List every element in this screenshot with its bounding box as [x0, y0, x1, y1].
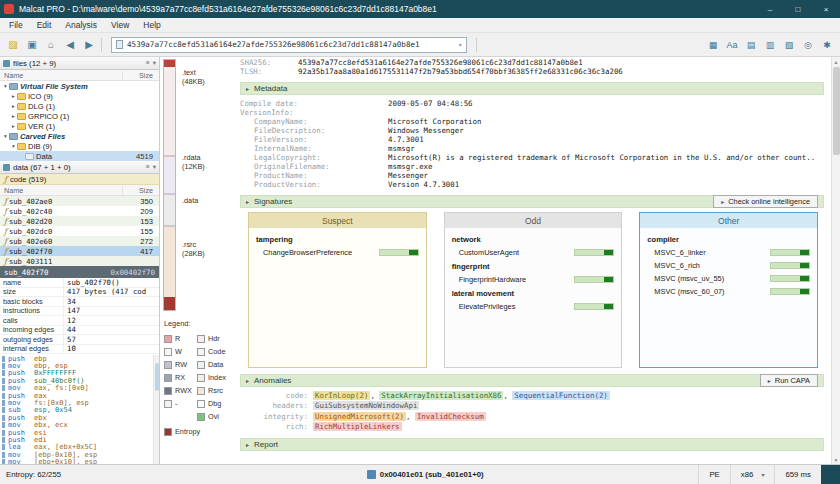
expander-icon[interactable]: ▾ [10, 143, 17, 149]
settings-icon[interactable]: ✱ [818, 36, 836, 53]
filter-icon[interactable]: ≡ [146, 163, 150, 171]
metadata-row: VersionInfo: [240, 108, 824, 117]
expand-icon[interactable]: ▸ [246, 198, 249, 205]
section-report[interactable]: ▸ Report [240, 438, 824, 451]
scroll-thumb[interactable] [833, 67, 840, 155]
metadata-key: VersionInfo: [240, 108, 388, 117]
maximize-button[interactable]: □ [784, 0, 812, 18]
tree-row[interactable]: ▸GRPICO (1) [0, 111, 159, 121]
disassembly-line[interactable]: mov[ebp+0x10], esp [0, 458, 159, 464]
card-title: Suspect [249, 213, 426, 228]
code-group-row[interactable]: ƒ code (519) [0, 174, 159, 185]
section-anomalies[interactable]: ▸ Anomalies ▸ Run CAPA [240, 374, 824, 387]
structure-view-icon[interactable]: ▥ [761, 36, 779, 53]
signature-row[interactable]: ElevatePrivileges [452, 300, 615, 313]
save-icon[interactable]: ▣ [23, 36, 41, 53]
collapse-panel-icon[interactable]: ▾ [153, 59, 156, 67]
arch-select[interactable]: x86 ▾ [730, 465, 775, 484]
signature-row[interactable]: CustomUserAgent [452, 246, 615, 259]
anomaly-tag[interactable]: RichMultipleLinkers [313, 422, 402, 431]
column-size[interactable]: Size [123, 186, 159, 195]
signature-row[interactable]: FingerprintHardware [452, 273, 615, 286]
data-panel-header[interactable]: data (67 + 1 + 0) ≡▾ [0, 161, 159, 174]
open-file-icon[interactable]: ▨ [4, 36, 22, 53]
anomaly-tag[interactable]: UnsignedMicrosoft(2) [313, 412, 406, 421]
close-button[interactable]: × [812, 0, 840, 18]
hex-view-icon[interactable]: ▦ [704, 36, 722, 53]
expand-icon[interactable]: ▸ [246, 377, 249, 384]
address-combobox[interactable]: 4539a7a77cc8efd531a6164e27afde755326e980… [111, 37, 467, 53]
scroll-thumb[interactable] [155, 363, 159, 391]
menu-edit[interactable]: Edit [30, 20, 59, 30]
expander-icon[interactable]: ▸ [10, 113, 17, 119]
home-icon[interactable]: ⌂ [42, 36, 60, 53]
segment-label[interactable]: .rdata (12KB) [182, 154, 205, 171]
data-column-header[interactable]: Name Size [0, 185, 159, 196]
scroll-down-icon[interactable]: ▼ [834, 455, 839, 464]
function-row[interactable]: ƒsub_402e60272 [0, 236, 159, 246]
files-panel-header[interactable]: files (12 + 9) ≡▾ [0, 57, 159, 70]
segment-label[interactable]: .rsrc (28KB) [182, 241, 205, 258]
expander-icon[interactable]: ▸ [10, 93, 17, 99]
menu-file[interactable]: File [2, 20, 30, 30]
expand-icon[interactable]: ▸ [246, 85, 249, 92]
column-name[interactable]: Name [0, 71, 123, 80]
tree-row[interactable]: ▾Carved Files [0, 131, 159, 141]
function-row[interactable]: ƒsub_402f70417 [0, 246, 159, 256]
function-row[interactable]: ƒsub_402dc0155 [0, 226, 159, 236]
section-metadata[interactable]: ▸ Metadata [240, 82, 824, 95]
left-scrollbar[interactable] [153, 355, 159, 464]
function-row[interactable]: ƒsub_402c40209 [0, 206, 159, 216]
tree-row[interactable]: ▸ICO (9) [0, 91, 159, 101]
files-column-header[interactable]: Name Size [0, 70, 159, 81]
metadata-value: msmsgr [388, 144, 415, 153]
expander-icon[interactable]: ▸ [10, 123, 17, 129]
signature-row[interactable]: MSVC (msvc_uv_55) [647, 272, 810, 285]
tree-row[interactable]: ▸DLG (1) [0, 101, 159, 111]
function-row[interactable]: ƒsub_403111 [0, 256, 159, 266]
resize-grip[interactable] [821, 465, 840, 484]
collapse-panel-icon[interactable]: ▾ [153, 163, 156, 171]
strings-view-icon[interactable]: ▤ [742, 36, 760, 53]
expander-icon[interactable]: ▾ [2, 133, 9, 139]
tree-row[interactable]: ▸VER (1) [0, 121, 159, 131]
menu-help[interactable]: Help [136, 20, 167, 30]
column-size[interactable]: Size [123, 71, 159, 80]
scroll-up-icon[interactable]: ▲ [834, 57, 839, 66]
anomaly-tag[interactable]: GuiSubsystemNoWindowApi [313, 401, 419, 410]
segment-label[interactable]: .text (48KB) [182, 69, 205, 86]
report-scrollbar[interactable]: ▲ ▼ [831, 57, 840, 464]
anomaly-tag[interactable]: StackArrayInitialisationX86 [379, 391, 503, 400]
check-online-intelligence-button[interactable]: ▸ Check online intelligence [713, 195, 818, 208]
expander-icon[interactable]: ▾ [2, 83, 9, 89]
run-capa-button[interactable]: ▸ Run CAPA [760, 374, 818, 387]
menu-analysis[interactable]: Analysis [58, 20, 104, 30]
anomaly-tag[interactable]: SequentialFunction(2) [512, 391, 609, 400]
search-icon[interactable]: ◎ [799, 36, 817, 53]
minimize-button[interactable]: – [756, 0, 784, 18]
tree-row[interactable]: Data4519 [0, 151, 159, 161]
signature-row[interactable]: MSVC_6_linker [647, 246, 810, 259]
menu-view[interactable]: View [104, 20, 136, 30]
tree-row[interactable]: ▾Virtual File System [0, 81, 159, 91]
back-icon[interactable]: ◀ [61, 36, 79, 53]
segment-label[interactable]: .data [182, 197, 198, 206]
section-signatures[interactable]: ▸ Signatures ▸ Check online intelligence [240, 195, 824, 208]
function-row[interactable]: ƒsub_402ae0350 [0, 196, 159, 206]
expand-icon[interactable]: ▸ [246, 441, 249, 448]
text-view-icon[interactable]: Aa [723, 36, 741, 53]
function-row[interactable]: ƒsub_402d20153 [0, 216, 159, 226]
expander-icon[interactable]: ▸ [10, 103, 17, 109]
chevron-down-icon[interactable]: ▾ [458, 41, 462, 48]
tree-row[interactable]: ▾DIB (9) [0, 141, 159, 151]
graph-view-icon[interactable]: ▧ [780, 36, 798, 53]
signature-row[interactable]: MSVC (msvc_60_07) [647, 285, 810, 298]
anomaly-tag[interactable]: KorInLoop(2) [313, 391, 370, 400]
signature-row[interactable]: MSVC_6_rich [647, 259, 810, 272]
anomaly-tag[interactable]: InvalidChecksum [415, 412, 486, 421]
file-map-strip[interactable] [163, 59, 176, 311]
column-name[interactable]: Name [0, 186, 123, 195]
forward-icon[interactable]: ▶ [80, 36, 98, 53]
filter-icon[interactable]: ≡ [146, 59, 150, 67]
signature-row[interactable]: ChangeBrowserPreference [256, 246, 419, 259]
